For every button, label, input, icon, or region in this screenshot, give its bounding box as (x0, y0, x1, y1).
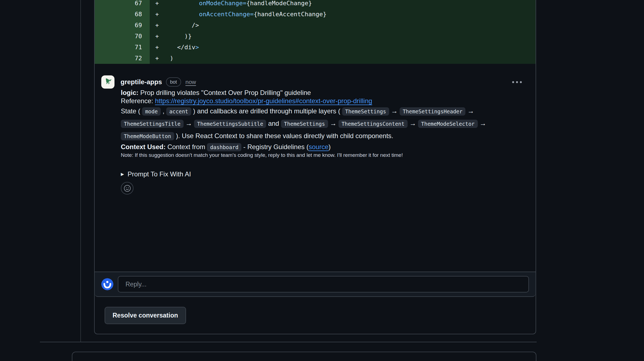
timeline-line (80, 0, 81, 342)
reference-link[interactable]: https://registry.joyco.studio/toolbox/pr… (155, 97, 372, 105)
resolve-row: Resolve conversation (95, 297, 536, 334)
state-paragraph: State ( mode , accent ) and callbacks ar… (121, 105, 525, 142)
prompt-to-fix-toggle[interactable]: ▶ Prompt To Fix With AI (121, 170, 525, 178)
diff-line-number[interactable]: 67 (95, 0, 150, 9)
context-prefix: Context from (166, 143, 207, 151)
comment-timestamp[interactable]: now (185, 79, 196, 85)
section-divider (40, 342, 537, 342)
inline-code-token: ThemeSettings (342, 107, 389, 116)
diff-line: 70+ )} (95, 31, 536, 42)
diff-line-code: + )} (150, 31, 536, 42)
diff-line-number[interactable]: 70 (95, 31, 150, 42)
reply-bar (95, 272, 536, 297)
inline-code-token: mode (142, 107, 161, 116)
diff-line: 72+ ) (95, 53, 536, 64)
diff-line-number[interactable]: 71 (95, 42, 150, 53)
inline-code-token: dashboard (207, 143, 241, 151)
greptile-logo-icon (102, 76, 114, 88)
user-avatar[interactable] (101, 278, 113, 290)
diff-line-number[interactable]: 72 (95, 53, 150, 64)
note-text: Note: If this suggestion doesn't match y… (121, 152, 525, 158)
smiley-icon (124, 185, 131, 192)
inline-code-token: ThemeModeButton (121, 132, 174, 140)
diff-line: 68+ onAccentChange={handleAccentChange} (95, 9, 536, 20)
bot-badge: bot (166, 77, 181, 87)
diff-line-code: + ) (150, 53, 536, 64)
arrow-glyph: → (467, 107, 474, 115)
logic-text: Prop drilling violates "Context Over Pro… (138, 89, 311, 96)
inline-code-token: ThemeSettingsSubtitle (194, 120, 266, 128)
context-middle: - Registry Guidelines ( (241, 143, 309, 151)
diff-line-code: + onAccentChange={handleAccentChange} (150, 9, 536, 20)
diff-line-number[interactable]: 68 (95, 9, 150, 20)
inline-code-token: ThemeSettingsContent (339, 120, 408, 128)
kebab-menu-icon[interactable] (512, 80, 522, 85)
diff-line-code: + onModeChange={handleModeChange} (150, 0, 536, 9)
context-used-label: Context Used: (121, 143, 166, 151)
resolve-conversation-button[interactable]: Resolve conversation (105, 307, 186, 324)
diff-line: 67+ onModeChange={handleModeChange} (95, 0, 536, 9)
triangle-right-icon: ▶ (121, 172, 124, 177)
context-suffix: ) (328, 143, 331, 151)
diff-line: 71+ </div> (95, 42, 536, 53)
logic-line: logic: Prop drilling violates "Context O… (121, 89, 525, 97)
inline-code-token: ThemeSettingsTitle (121, 120, 184, 128)
prompt-to-fix-details: ▶ Prompt To Fix With AI (121, 170, 525, 178)
diff-line-code: + /> (150, 20, 536, 31)
comment-header: greptile-apps bot now (95, 75, 536, 89)
source-link[interactable]: source (309, 143, 328, 151)
comment-body: logic: Prop drilling violates "Context O… (95, 89, 536, 195)
add-reaction-button[interactable] (121, 182, 133, 195)
diff-block: 67+ onModeChange={handleModeChange}68+ o… (95, 0, 536, 64)
context-used-line: Context Used: Context from dashboard - R… (121, 142, 525, 152)
comment-section: greptile-apps bot now logic: Prop drilli… (95, 64, 536, 272)
diff-line: 69+ /> (95, 20, 536, 31)
arrow-glyph: → (330, 119, 337, 127)
arrow-glyph: → (391, 107, 398, 115)
prompt-to-fix-label: Prompt To Fix With AI (128, 170, 191, 178)
bot-avatar[interactable] (101, 75, 114, 89)
reply-input[interactable] (118, 276, 529, 292)
logic-label: logic: (121, 89, 138, 96)
arrow-glyph: → (185, 119, 192, 127)
arrow-glyph: → (479, 119, 486, 127)
review-thread-card: 67+ onModeChange={handleModeChange}68+ o… (94, 0, 536, 334)
diff-line-number[interactable]: 69 (95, 20, 150, 31)
diff-line-code: + </div> (150, 42, 536, 53)
reference-label: Reference: (121, 97, 155, 105)
arrow-glyph: → (409, 119, 416, 127)
inline-code-token: ThemeSettingsHeader (400, 107, 465, 116)
next-thread-card (72, 352, 536, 361)
inline-code-token: ThemeSettings (281, 120, 328, 128)
inline-code-token: accent (166, 107, 191, 116)
comment-author[interactable]: greptile-apps (121, 78, 162, 86)
reference-line: Reference: https://registry.joyco.studio… (121, 97, 525, 105)
inline-code-token: ThemeModeSelector (418, 120, 477, 128)
